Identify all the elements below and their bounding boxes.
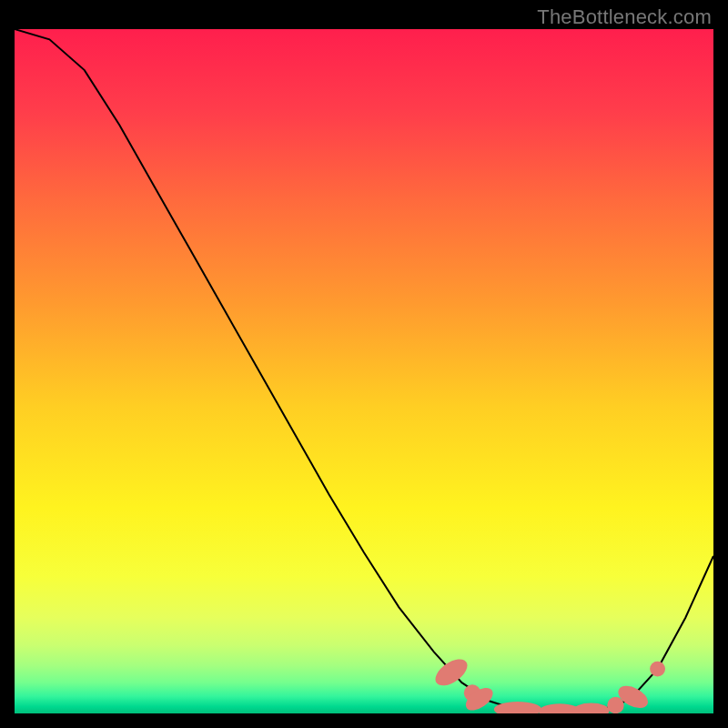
curve-marker	[650, 662, 665, 677]
chart-svg	[15, 29, 713, 713]
chart-background	[15, 29, 713, 713]
watermark-text: TheBottleneck.com	[537, 5, 712, 29]
curve-marker	[607, 697, 623, 713]
chart-frame	[15, 29, 713, 713]
